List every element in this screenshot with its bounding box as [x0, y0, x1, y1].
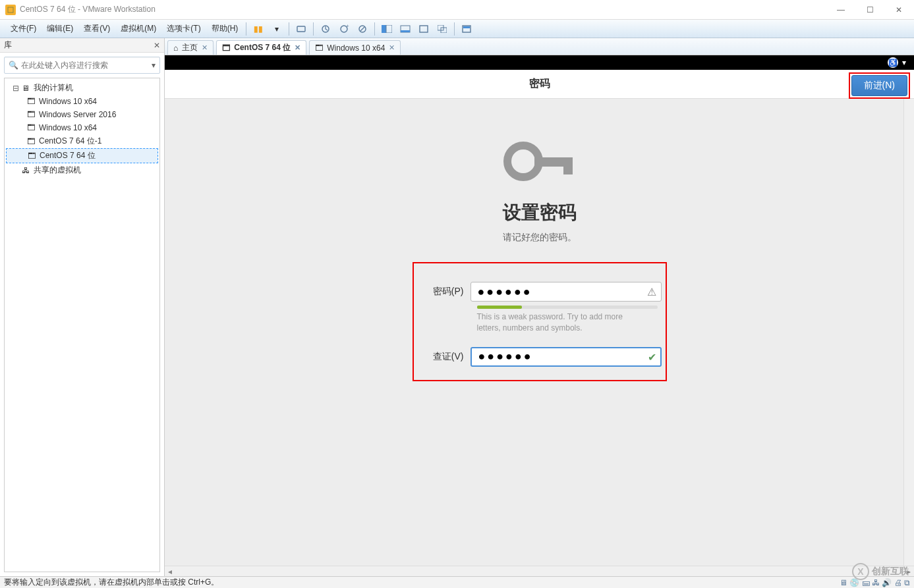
snapshot-manager-icon[interactable] [355, 22, 370, 36]
library-search[interactable]: 🔍 ▾ [4, 57, 160, 74]
vm-icon: 🗔 [26, 151, 37, 161]
vm-icon: 🗔 [26, 109, 36, 120]
svg-rect-1 [297, 26, 305, 32]
minimize-button[interactable]: — [831, 3, 851, 16]
fullscreen-icon[interactable] [416, 22, 432, 36]
power-dropdown-icon[interactable]: ▾ [269, 22, 285, 36]
vm-icon: 🗔 [26, 136, 36, 147]
svg-rect-14 [463, 26, 470, 28]
statusbar-text: 要将输入定向到该虚拟机，请在虚拟机内部单击或按 Ctrl+G。 [4, 577, 219, 588]
tree-root-label: 我的计算机 [34, 82, 73, 94]
tree-item-vm[interactable]: 🗔CentOS 7 64 位-1 [6, 134, 158, 148]
confirm-password-input[interactable] [471, 347, 662, 367]
svg-text:+: + [346, 24, 349, 29]
svg-rect-9 [401, 30, 410, 32]
password-form-highlight: 密码(P) ⚠ This is a weak password. Try to … [413, 262, 667, 381]
vertical-scrollbar[interactable] [903, 99, 914, 566]
window-title: CentOS 7 64 位 - VMware Workstation [20, 4, 831, 15]
svg-rect-17 [563, 157, 573, 174]
computer-icon: 🖥 [20, 83, 31, 94]
menu-tabs[interactable]: 选项卡(T) [161, 20, 206, 37]
tab-label: 主页 [182, 42, 198, 53]
password-input[interactable] [471, 282, 662, 302]
svg-rect-7 [386, 25, 392, 33]
next-button[interactable]: 前进(N) [851, 75, 907, 96]
tab-close-icon[interactable]: ✕ [295, 43, 300, 52]
tree-item-vm[interactable]: 🗔Windows 10 x64 [6, 121, 158, 134]
exit-fullscreen-icon[interactable] [459, 22, 474, 36]
library-sidebar: 库 ✕ 🔍 ▾ ⊟ 🖥 我的计算机 🗔Windows 10 x64 🗔Windo… [0, 38, 165, 576]
collapse-icon[interactable]: ⊟ [13, 84, 20, 93]
send-ctrlaltdel-icon[interactable] [293, 22, 309, 36]
tree-item-vm[interactable]: 🗔Windows Server 2016 [6, 108, 158, 121]
pause-icon[interactable]: ▮▮ [250, 22, 266, 36]
content-area: ⌂ 主页 ✕ 🗔 CentOS 7 64 位 ✕ 🗔 Windows 10 x6… [165, 38, 914, 576]
menu-edit[interactable]: 编辑(E) [42, 20, 78, 37]
tree-item-vm[interactable]: 🗔Windows 10 x64 [6, 95, 158, 108]
setup-subheading: 请记好您的密码。 [165, 232, 914, 244]
menu-file[interactable]: 文件(F) [5, 20, 42, 37]
vm-icon: 🗔 [222, 43, 230, 53]
checkmark-icon: ✔ [648, 351, 656, 363]
svg-rect-10 [420, 26, 428, 32]
tab-label: Windows 10 x64 [327, 43, 385, 53]
tree-item-label: Windows 10 x64 [39, 97, 97, 106]
accessibility-icon[interactable]: ♿ [888, 57, 898, 68]
home-icon: ⌂ [173, 43, 178, 53]
topbar-title: 密码 [529, 77, 550, 91]
confirm-label: 查证(V) [418, 351, 471, 363]
menu-vm[interactable]: 虚拟机(M) [115, 20, 161, 37]
menubar: 文件(F) 编辑(E) 查看(V) 虚拟机(M) 选项卡(T) 帮助(H) ▮▮… [0, 20, 914, 38]
tree-shared-vms[interactable]: 🖧 共享的虚拟机 [6, 163, 158, 177]
tab-close-icon[interactable]: ✕ [389, 43, 395, 52]
menu-help[interactable]: 帮助(H) [206, 20, 244, 37]
vm-icon: 🗔 [315, 43, 323, 53]
maximize-button[interactable]: ☐ [860, 3, 880, 16]
vm-tabstrip: ⌂ 主页 ✕ 🗔 CentOS 7 64 位 ✕ 🗔 Windows 10 x6… [165, 38, 914, 55]
key-icon [500, 138, 579, 184]
watermark: X 创新互联 [852, 563, 909, 580]
tree-shared-label: 共享的虚拟机 [34, 165, 81, 176]
shared-icon: 🖧 [20, 165, 31, 176]
tab-windows[interactable]: 🗔 Windows 10 x64 ✕ [309, 40, 401, 55]
svg-point-15 [507, 146, 539, 177]
tree-item-vm-selected[interactable]: 🗔CentOS 7 64 位 [6, 148, 158, 163]
password-strength-bar [477, 306, 658, 309]
library-tree: ⊟ 🖥 我的计算机 🗔Windows 10 x64 🗔Windows Serve… [4, 78, 160, 572]
statusbar: 要将输入定向到该虚拟机，请在虚拟机内部单击或按 Ctrl+G。 🖥 💿 🖴 🖧 … [0, 576, 914, 588]
snapshot-icon[interactable] [318, 22, 333, 36]
library-search-input[interactable] [21, 61, 152, 70]
scroll-left-icon[interactable]: ◂ [165, 567, 175, 576]
search-icon: 🔍 [9, 61, 18, 70]
unity-icon[interactable] [434, 22, 450, 36]
strength-fill [477, 306, 523, 309]
vmware-app-icon [5, 5, 16, 15]
close-button[interactable]: ✕ [889, 3, 909, 16]
view-console-icon[interactable] [397, 22, 413, 36]
watermark-icon: X [852, 563, 869, 580]
view-thumbnail-icon[interactable] [379, 22, 395, 36]
gnome-topbar: ♿ ▾ [165, 55, 914, 70]
tab-label: CentOS 7 64 位 [234, 42, 291, 53]
menu-view[interactable]: 查看(V) [78, 20, 115, 37]
horizontal-scrollbar[interactable]: ◂ ▸ [165, 566, 914, 576]
tree-item-label: CentOS 7 64 位-1 [39, 136, 101, 147]
dropdown-icon[interactable]: ▾ [902, 58, 906, 67]
sidebar-close-icon[interactable]: ✕ [154, 41, 160, 50]
tab-home[interactable]: ⌂ 主页 ✕ [167, 40, 214, 55]
snapshot-take-icon[interactable]: + [336, 22, 352, 36]
watermark-label: 创新互联 [872, 566, 909, 577]
warning-icon: ⚠ [647, 286, 656, 298]
setup-heading: 设置密码 [165, 200, 914, 225]
tree-root-mycomputer[interactable]: ⊟ 🖥 我的计算机 [6, 81, 158, 95]
vm-console[interactable]: ♿ ▾ 密码 前进(N) 设置 [165, 55, 914, 576]
setup-topbar: 密码 前进(N) [165, 70, 914, 99]
weak-password-text: This is a weak password. Try to add more… [477, 311, 648, 334]
tab-centos[interactable]: 🗔 CentOS 7 64 位 ✕ [216, 40, 306, 55]
svg-rect-0 [8, 7, 13, 13]
password-label: 密码(P) [418, 286, 471, 298]
search-dropdown-icon[interactable]: ▾ [152, 61, 156, 70]
window-titlebar: CentOS 7 64 位 - VMware Workstation — ☐ ✕ [0, 0, 914, 20]
tab-close-icon[interactable]: ✕ [202, 43, 208, 52]
sidebar-header-label: 库 [4, 40, 12, 51]
